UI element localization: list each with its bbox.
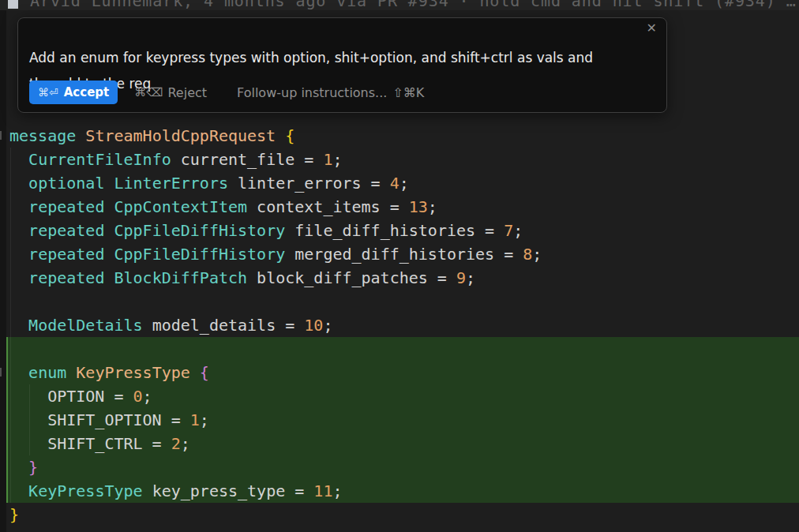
blame-row: Arvid Lunnemark, 4 months ago via PR #93… (0, 0, 799, 10)
code-token: ModelDetails (28, 316, 143, 335)
code-token (9, 268, 28, 287)
code-token (9, 174, 28, 193)
code-token: ; (200, 410, 209, 429)
code-token (104, 221, 114, 240)
accept-button-label: Accept (64, 85, 109, 99)
code-token: ; (428, 197, 437, 216)
code-line-added[interactable]: SHIFT_CTRL = 2; (6, 432, 799, 455)
code-token: KeyPressType (76, 363, 190, 382)
popup-actions: ⌘⏎ Accept ⌘⌫ Reject Follow-up instructio… (29, 81, 424, 104)
code-token (66, 363, 76, 382)
code-token: key_press_type = (143, 481, 314, 500)
accept-shortcut-keys-icon: ⌘⏎ (38, 86, 58, 99)
code-token: merged_diff_histories = (285, 245, 523, 264)
code-token: BlockDiffPatch (114, 268, 247, 287)
code-line-added[interactable]: OPTION = 0; (6, 384, 799, 408)
code-line[interactable]: repeated CppFileDiffHistory file_diff_hi… (6, 219, 799, 242)
code-token: ; (466, 268, 475, 287)
code-token: CppFileDiffHistory (114, 221, 285, 240)
code-token: KeyPressType (28, 481, 143, 500)
code-token: repeated (28, 221, 104, 240)
code-token: context_items = (247, 197, 409, 216)
close-icon[interactable]: ✕ (647, 22, 657, 35)
code-token: CurrentFileInfo (28, 150, 171, 169)
code-token: ; (532, 245, 542, 264)
inline-edit-popup: ✕ Add an enum for keypress types with op… (17, 17, 667, 113)
code-token (9, 197, 28, 216)
code-token (9, 363, 28, 382)
code-token: current_file = (171, 150, 324, 169)
code-token (9, 245, 28, 264)
code-token: StreamHoldCppRequest (85, 126, 276, 145)
code-line[interactable]: repeated BlockDiffPatch block_diff_patch… (6, 266, 799, 290)
code-token (104, 268, 114, 287)
code-token: 4 (390, 174, 400, 193)
code-token: linter_errors = (228, 174, 390, 193)
code-token: SHIFT_OPTION = (9, 410, 190, 429)
code-token (104, 174, 114, 193)
code-line[interactable]: ModelDetails model_details = 10; (6, 313, 799, 337)
code-token: ; (513, 221, 523, 240)
code-token: SHIFT_CTRL = (9, 434, 171, 453)
code-token (9, 481, 28, 500)
followup-instructions-button[interactable]: Follow-up instructions... ⇧⌘K (237, 85, 424, 100)
code-token: enum (28, 363, 66, 382)
indent-guide (10, 148, 11, 503)
code-token: ; (332, 150, 342, 169)
code-token: ; (323, 316, 332, 335)
code-token: ; (143, 387, 152, 406)
code-token: optional (28, 174, 104, 193)
code-line-added[interactable]: SHIFT_OPTION = 1; (6, 408, 799, 432)
code-token: 10 (304, 316, 323, 335)
reject-button-label: Reject (167, 85, 207, 100)
reject-button[interactable]: ⌘⌫ Reject (134, 85, 207, 100)
indent-guide (29, 384, 30, 455)
code-token: message (9, 126, 76, 145)
code-token: 13 (409, 197, 428, 216)
code-token: block_diff_patches = (247, 268, 456, 287)
code-line-added[interactable]: KeyPressType key_press_type = 11; (6, 479, 799, 503)
code-token: LinterErrors (114, 174, 228, 193)
code-token: { (200, 363, 209, 382)
code-token: 7 (504, 221, 513, 240)
code-line[interactable]: repeated CppFileDiffHistory merged_diff_… (6, 242, 799, 266)
code-token: 0 (133, 387, 143, 406)
text-cursor-block (8, 0, 18, 9)
code-token (276, 126, 285, 145)
code-block: message StreamHoldCppRequest { CurrentFi… (0, 124, 799, 526)
code-token (104, 245, 114, 264)
code-token: repeated (28, 197, 104, 216)
code-token: { (285, 126, 294, 145)
code-line-added[interactable]: enum KeyPressType { (6, 361, 799, 384)
code-line-added[interactable] (6, 337, 799, 361)
code-token: 1 (323, 150, 332, 169)
code-token: repeated (28, 268, 104, 287)
code-token: 9 (456, 268, 466, 287)
code-token (9, 316, 28, 335)
code-line[interactable]: optional LinterErrors linter_errors = 4; (6, 171, 799, 195)
code-line[interactable]: message StreamHoldCppRequest { (6, 124, 799, 148)
code-token (9, 221, 28, 240)
code-token (190, 363, 200, 382)
code-token (9, 150, 28, 169)
followup-shortcut-keys-icon: ⇧⌘K (392, 85, 424, 100)
code-token: 1 (190, 410, 200, 429)
code-token: CppContextItem (114, 197, 247, 216)
code-line[interactable]: } (6, 503, 799, 526)
code-token: } (9, 505, 19, 524)
code-token: repeated (28, 245, 104, 264)
followup-button-label: Follow-up instructions... (237, 85, 387, 100)
code-line[interactable]: CurrentFileInfo current_file = 1; (6, 148, 799, 171)
code-token (76, 126, 85, 145)
code-token: 2 (171, 434, 181, 453)
accept-button[interactable]: ⌘⏎ Accept (29, 81, 118, 104)
code-token: file_diff_histories = (285, 221, 504, 240)
code-token: ; (400, 174, 409, 193)
git-blame-annotation: Arvid Lunnemark, 4 months ago via PR #93… (30, 0, 797, 9)
code-line[interactable] (6, 290, 799, 313)
code-line-added[interactable]: } (6, 455, 799, 479)
code-token: ; (332, 481, 342, 500)
code-token (9, 458, 28, 477)
prompt-text-line: Add an enum for keypress types with opti… (29, 45, 654, 71)
code-line[interactable]: repeated CppContextItem context_items = … (6, 195, 799, 219)
